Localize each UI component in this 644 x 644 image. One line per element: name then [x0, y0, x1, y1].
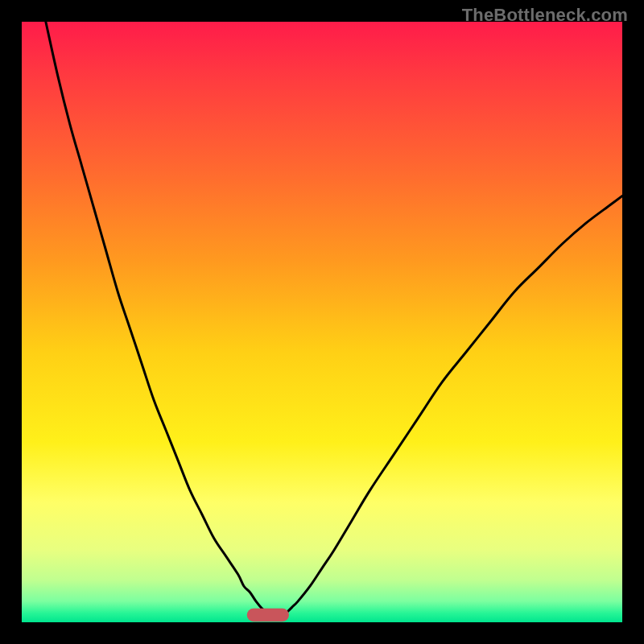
chart-plot-area	[22, 22, 622, 622]
optimal-marker	[247, 609, 289, 621]
chart-frame: TheBottleneck.com	[0, 0, 644, 644]
chart-svg	[22, 22, 622, 622]
chart-background-gradient	[22, 22, 622, 622]
